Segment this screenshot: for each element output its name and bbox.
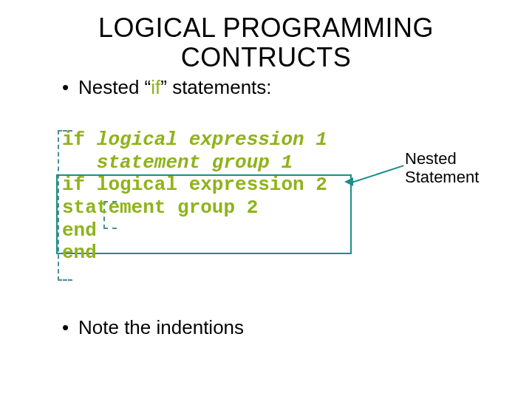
code-line-1: if logical expression 1	[62, 129, 476, 151]
kw-if-1: if	[62, 129, 85, 151]
title-line-1: LOGICAL PROGRAMMING	[98, 13, 434, 43]
code-line-6: end	[62, 242, 476, 265]
title-line-2: CONTRUCTS	[181, 42, 351, 72]
slide-title: LOGICAL PROGRAMMING CONTRUCTS	[0, 13, 532, 72]
kw-if-2: if	[62, 174, 85, 196]
bullet1-if-word: if	[151, 76, 160, 98]
code-line-4: statement group 2	[62, 197, 476, 219]
note-line-1: Nested	[405, 149, 457, 168]
code-line-5: end	[62, 219, 476, 242]
bullet2-text: Note the indentions	[78, 316, 244, 338]
note-line-2: Statement	[405, 168, 479, 186]
bullet-dot-icon: •	[62, 316, 78, 339]
bullet1-suffix: ” statements:	[160, 76, 271, 98]
bullet-nested-if: •Nested “if” statements:	[62, 76, 272, 99]
slide: LOGICAL PROGRAMMING CONTRUCTS •Nested “i…	[0, 0, 532, 399]
bullet1-prefix: Nested “	[78, 76, 151, 98]
expr-1: logical expression 1	[85, 129, 327, 151]
bullet-note-indentions: •Note the indentions	[62, 316, 244, 339]
expr-2: logical expression 2	[85, 174, 327, 196]
nested-statement-label: Nested Statement	[405, 149, 479, 187]
bullet-dot-icon: •	[62, 76, 78, 99]
